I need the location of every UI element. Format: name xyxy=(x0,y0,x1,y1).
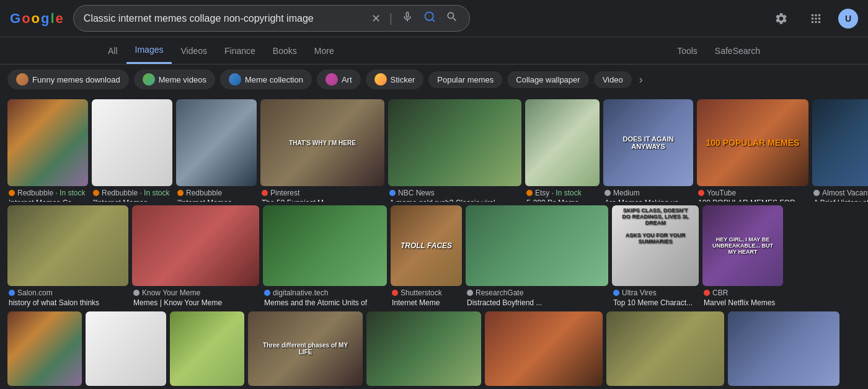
image-card[interactable] xyxy=(728,311,839,389)
image-card[interactable]: HEY GIRL, I MAY BE UNBREAKABLE... BUT MY… xyxy=(702,205,783,308)
chip-video[interactable]: Video xyxy=(594,71,632,88)
nav-bar: All Images Videos Finance Books More Too… xyxy=(0,37,868,65)
image-card[interactable]: Redbubble · In stock Internet Memes Co..… xyxy=(7,99,88,202)
header-right: U xyxy=(769,6,858,31)
image-card[interactable]: Almost Vacant A Brief History of Meme... xyxy=(812,99,868,202)
results-container: Redbubble · In stock Internet Memes Co..… xyxy=(0,94,868,389)
chip-meme-collection[interactable]: Meme collection xyxy=(220,69,312,89)
image-card[interactable]: TROLL FACES Shutterstock Internet Meme P… xyxy=(391,205,462,308)
image-card[interactable]: Etsy · In stock 5-300 Pc Meme Sticker... xyxy=(525,99,600,202)
chip-collage-wallpaper[interactable]: Collage wallpaper xyxy=(507,71,588,88)
nav-videos[interactable]: Videos xyxy=(172,38,216,63)
settings-button[interactable] xyxy=(769,6,794,31)
image-row-3: Three different phases of MY LIFE xyxy=(7,311,861,389)
image-card[interactable]: ResearchGate Distracted Boyfriend ... xyxy=(466,205,608,308)
image-card[interactable] xyxy=(170,311,244,389)
image-card[interactable] xyxy=(485,311,603,389)
clear-button[interactable]: ✕ xyxy=(370,11,382,27)
image-row-1: Redbubble · In stock Internet Memes Co..… xyxy=(7,99,861,202)
voice-search-button[interactable] xyxy=(400,9,415,27)
image-card[interactable]: SKIPS CLASS, DOESN'T DO READINGS, LIVES … xyxy=(612,205,699,308)
chip-sticker[interactable]: Sticker xyxy=(366,69,424,89)
nav-finance[interactable]: Finance xyxy=(216,38,264,63)
image-card[interactable]: Three different phases of MY LIFE xyxy=(248,311,363,389)
image-card[interactable] xyxy=(7,311,82,389)
image-card[interactable]: Redbubble · In stock "Internet Memes Col… xyxy=(92,99,172,202)
image-card[interactable]: digitalnative.tech Memes and the Atomic … xyxy=(263,205,387,308)
image-card[interactable]: NBC News A meme gold rush? Classic viral… xyxy=(388,99,521,202)
search-icons: ✕ | xyxy=(370,9,459,27)
chip-art[interactable]: Art xyxy=(317,69,361,89)
chips-bar: Funny memes download Meme videos Meme co… xyxy=(0,65,868,94)
image-card[interactable]: THAT'S WHY I'M HERE Pinterest The 50 Fun… xyxy=(260,99,384,202)
chip-meme-videos[interactable]: Meme videos xyxy=(134,69,215,89)
search-button[interactable] xyxy=(445,9,459,27)
image-card[interactable]: 100 POPULAR MEMES YouTube 100 POPULAR ME… xyxy=(697,99,808,202)
header: Google ✕ | U xyxy=(0,0,868,37)
apps-button[interactable] xyxy=(804,6,828,31)
nav-images[interactable]: Images xyxy=(126,37,172,64)
image-card[interactable]: Redbubble "Internet Memes Collag..." xyxy=(176,99,257,202)
safesearch-label: SafeSearch xyxy=(706,38,769,63)
nav-books[interactable]: Books xyxy=(264,38,306,63)
chip-popular-memes[interactable]: Popular memes xyxy=(428,71,502,88)
nav-tools[interactable]: Tools xyxy=(668,38,706,63)
image-card[interactable] xyxy=(86,311,166,389)
image-card[interactable] xyxy=(366,311,481,389)
image-card[interactable]: DOES IT AGAIN ANYWAYS Medium Are Memes M… xyxy=(603,99,693,202)
avatar[interactable]: U xyxy=(838,9,858,29)
image-card[interactable]: Know Your Meme Memes | Know Your Meme xyxy=(132,205,259,308)
google-logo: Google xyxy=(10,11,63,27)
lens-button[interactable] xyxy=(422,9,437,27)
search-input[interactable] xyxy=(84,13,365,24)
image-card[interactable] xyxy=(606,311,724,389)
chip-funny-memes[interactable]: Funny memes download xyxy=(7,69,129,89)
image-card[interactable]: Salon.com history of what Salon thinks m… xyxy=(7,205,128,308)
nav-more[interactable]: More xyxy=(306,38,343,63)
nav-all[interactable]: All xyxy=(99,38,126,63)
search-bar: ✕ | xyxy=(73,5,470,32)
chips-next-button[interactable]: › xyxy=(637,71,645,89)
image-row-2: Salon.com history of what Salon thinks m… xyxy=(7,205,861,308)
